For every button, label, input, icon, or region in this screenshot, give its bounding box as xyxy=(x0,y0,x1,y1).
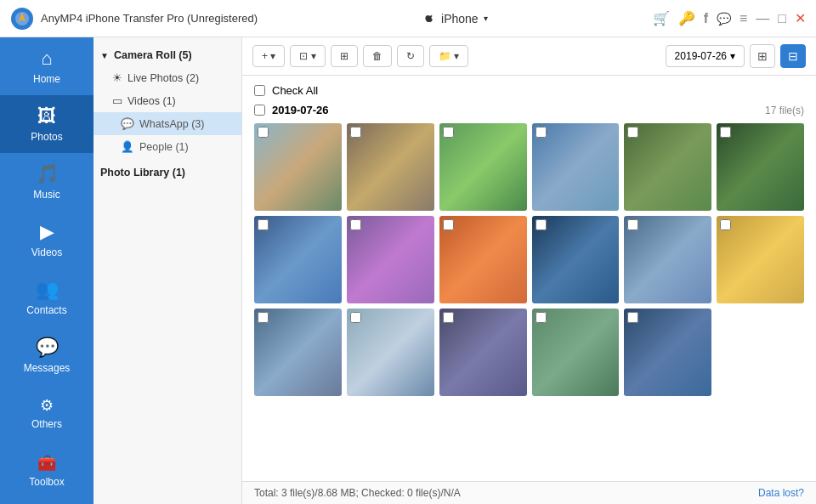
sidebar-item-toolbox[interactable]: 🧰 Toolbox xyxy=(0,442,94,500)
date-dropdown-icon: ▾ xyxy=(730,50,735,62)
photo-cell[interactable] xyxy=(439,309,527,396)
filetree-people[interactable]: 👤 People (1) xyxy=(94,135,241,158)
sidebar: ⌂ Home 🖼 Photos 🎵 Music ▶ Videos 👥 Conta… xyxy=(0,37,94,504)
refresh-icon: ↻ xyxy=(406,50,415,62)
copy-button[interactable]: ⊞ xyxy=(331,45,358,67)
sidebar-label-others: Others xyxy=(31,418,62,430)
photo-cell[interactable] xyxy=(532,216,620,303)
add-button[interactable]: + ▾ xyxy=(252,45,285,67)
sidebar-item-others[interactable]: ⚙ Others xyxy=(0,384,94,442)
sidebar-item-photos[interactable]: 🖼 Photos xyxy=(0,95,94,153)
home-icon: ⌂ xyxy=(41,48,52,70)
view-grid-button[interactable]: ⊞ xyxy=(750,44,775,68)
filetree-label-people: People (1) xyxy=(139,141,189,153)
photo-cell[interactable] xyxy=(532,309,620,396)
file-count: 17 file(s) xyxy=(765,105,804,116)
view-list-button[interactable]: ⊟ xyxy=(780,44,806,68)
photo-cell[interactable] xyxy=(624,216,711,303)
photo-checkbox[interactable] xyxy=(536,219,547,230)
folder-button[interactable]: 📁 ▾ xyxy=(429,45,468,67)
device-selector[interactable]: iPhone ▾ xyxy=(422,12,488,25)
photo-checkbox[interactable] xyxy=(443,219,454,230)
device-name: iPhone xyxy=(441,12,479,25)
delete-button[interactable]: 🗑 xyxy=(363,45,392,67)
refresh-button[interactable]: ↻ xyxy=(397,45,424,67)
app-logo xyxy=(10,7,34,31)
menu-icon[interactable]: ≡ xyxy=(740,11,747,26)
photo-checkbox[interactable] xyxy=(350,312,361,323)
video-icon: ▭ xyxy=(112,94,122,107)
photo-checkbox[interactable] xyxy=(258,219,269,230)
check-all-checkbox[interactable] xyxy=(254,85,265,96)
toolbox-icon: 🧰 xyxy=(37,454,56,473)
photo-cell[interactable] xyxy=(717,123,804,211)
maximize-button[interactable]: □ xyxy=(778,11,786,26)
photo-grid xyxy=(254,123,804,396)
photo-checkbox[interactable] xyxy=(443,127,454,138)
photo-checkbox[interactable] xyxy=(258,312,269,323)
photo-cell[interactable] xyxy=(624,123,711,211)
photo-checkbox[interactable] xyxy=(627,312,638,323)
photo-checkbox[interactable] xyxy=(258,127,269,138)
date-group-label: 2019-07-26 xyxy=(272,104,329,116)
filetree-photo-library[interactable]: Photo Library (1) xyxy=(94,161,241,184)
toolbar: + ▾ ⊡ ▾ ⊞ 🗑 ↻ 📁 ▾ 2019-07-26 ▾ ⊞ xyxy=(242,37,816,76)
main-layout: ⌂ Home 🖼 Photos 🎵 Music ▶ Videos 👥 Conta… xyxy=(0,37,816,504)
sidebar-item-contacts[interactable]: 👥 Contacts xyxy=(0,269,94,326)
photo-cell[interactable] xyxy=(717,216,804,303)
data-lost-link[interactable]: Data lost? xyxy=(758,487,804,499)
photo-checkbox[interactable] xyxy=(627,127,638,138)
date-group-checkbox[interactable] xyxy=(254,105,265,116)
sidebar-label-messages: Messages xyxy=(24,362,71,374)
filetree-label-videos: Videos (1) xyxy=(128,95,176,107)
photo-cell[interactable] xyxy=(254,309,342,396)
photo-checkbox[interactable] xyxy=(350,127,361,138)
photo-checkbox[interactable] xyxy=(536,312,547,323)
photo-checkbox[interactable] xyxy=(627,219,638,230)
titlebar: AnyMP4 iPhone Transfer Pro (Unregistered… xyxy=(0,0,816,37)
photo-cell[interactable] xyxy=(347,309,434,396)
photo-cell[interactable] xyxy=(254,216,342,303)
photo-cell[interactable] xyxy=(347,216,434,303)
sidebar-item-music[interactable]: 🎵 Music xyxy=(0,153,94,211)
filetree-whatsapp[interactable]: 💬 WhatsApp (3) xyxy=(94,112,241,135)
check-all-row: Check All xyxy=(254,84,804,97)
chevron-down-icon[interactable]: ▾ xyxy=(484,14,488,23)
sidebar-item-messages[interactable]: 💬 Messages xyxy=(0,326,94,384)
cart-icon[interactable]: 🛒 xyxy=(653,10,670,26)
filetree-label-whatsapp: WhatsApp (3) xyxy=(139,118,204,130)
date-row-left: 2019-07-26 xyxy=(254,104,329,116)
photo-checkbox[interactable] xyxy=(720,219,731,230)
photo-cell[interactable] xyxy=(439,216,527,303)
photo-cell[interactable] xyxy=(624,309,711,396)
sidebar-label-photos: Photos xyxy=(31,131,62,143)
sidebar-item-home[interactable]: ⌂ Home xyxy=(0,37,94,95)
sidebar-item-videos[interactable]: ▶ Videos xyxy=(0,211,94,269)
minimize-button[interactable]: — xyxy=(756,11,769,26)
key-icon[interactable]: 🔑 xyxy=(678,10,695,26)
photo-checkbox[interactable] xyxy=(350,219,361,230)
apple-icon xyxy=(422,12,436,25)
filetree-label-photo-library: Photo Library (1) xyxy=(100,167,185,178)
chat-icon[interactable]: 💬 xyxy=(717,12,731,25)
photo-checkbox[interactable] xyxy=(720,127,731,138)
photo-cell[interactable] xyxy=(347,123,434,211)
expand-icon: ▼ xyxy=(100,51,109,60)
filetree-camera-roll[interactable]: ▼ Camera Roll (5) xyxy=(94,44,241,66)
close-button[interactable]: ✕ xyxy=(795,10,806,26)
filetree-videos[interactable]: ▭ Videos (1) xyxy=(94,89,241,112)
filetree-live-photos[interactable]: ☀ Live Photos (2) xyxy=(94,66,241,89)
photo-checkbox[interactable] xyxy=(443,312,454,323)
music-icon: 🎵 xyxy=(36,163,59,185)
videos-icon: ▶ xyxy=(40,221,54,243)
titlebar-left: AnyMP4 iPhone Transfer Pro (Unregistered… xyxy=(10,7,258,31)
facebook-icon[interactable]: f xyxy=(704,11,708,26)
photo-cell[interactable] xyxy=(439,123,527,211)
photo-checkbox[interactable] xyxy=(536,127,547,138)
photo-cell[interactable] xyxy=(532,123,620,211)
sidebar-label-toolbox: Toolbox xyxy=(29,476,64,488)
app-title: AnyMP4 iPhone Transfer Pro (Unregistered… xyxy=(41,12,258,25)
date-selector[interactable]: 2019-07-26 ▾ xyxy=(666,45,745,67)
photo-cell[interactable] xyxy=(254,123,342,211)
export-button[interactable]: ⊡ ▾ xyxy=(290,45,325,67)
